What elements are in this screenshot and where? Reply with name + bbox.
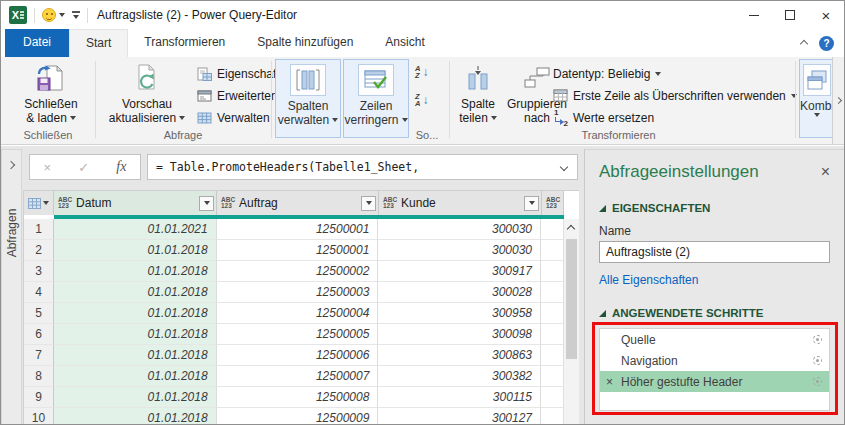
- table-row[interactable]: 801.01.201812500007300382: [24, 366, 563, 387]
- queries-sidebar[interactable]: Abfragen: [1, 149, 22, 424]
- sort-ascending-button[interactable]: AZ ↓: [415, 65, 428, 79]
- cell-datum[interactable]: 01.01.2018: [54, 324, 217, 345]
- table-row[interactable]: 1001.01.201812500009300127: [24, 408, 563, 424]
- refresh-preview-button[interactable]: Vorschau aktualisieren: [103, 62, 191, 125]
- panel-close-icon[interactable]: ×: [821, 164, 830, 180]
- cell-kunde[interactable]: 300115: [378, 387, 541, 408]
- step-settings-gear-icon[interactable]: [813, 356, 822, 365]
- combine-button[interactable]: Kombi: [799, 59, 835, 138]
- cell-auftrag[interactable]: 12500007: [217, 366, 379, 387]
- cell-datum[interactable]: 01.01.2018: [54, 387, 217, 408]
- table-row[interactable]: 301.01.201812500002300917: [24, 261, 563, 282]
- step-settings-gear-icon[interactable]: [813, 335, 822, 344]
- cell-kunde[interactable]: 300127: [378, 408, 541, 424]
- sort-descending-button[interactable]: ZA ↓: [415, 93, 428, 107]
- formula-fx-icon[interactable]: fx: [116, 159, 126, 175]
- smiley-dropdown-icon[interactable]: [59, 13, 65, 17]
- cell-kunde[interactable]: 300030: [378, 240, 541, 261]
- cell-auftrag[interactable]: 12500004: [217, 303, 379, 324]
- tab-spalte-hinzufuegen[interactable]: Spalte hinzufügen: [241, 29, 369, 57]
- ribbon-overflow-strip[interactable]: [832, 57, 844, 144]
- cell-datum[interactable]: 01.01.2018: [54, 366, 217, 387]
- scrollbar-thumb[interactable]: [566, 239, 577, 359]
- tab-ansicht[interactable]: Ansicht: [369, 29, 440, 57]
- cell-datum[interactable]: 01.01.2018: [54, 282, 217, 303]
- collapse-triangle-icon: [599, 310, 606, 317]
- scroll-up-icon[interactable]: [567, 225, 575, 233]
- step-settings-gear-icon[interactable]: [813, 377, 822, 386]
- column-header-datum[interactable]: ABC123 Datum: [54, 191, 217, 215]
- filter-button[interactable]: [361, 196, 376, 211]
- formula-accept-icon[interactable]: ✓: [78, 160, 89, 175]
- cell-auftrag[interactable]: 12500009: [217, 408, 379, 424]
- cell-datum[interactable]: 01.01.2018: [54, 345, 217, 366]
- properties-section-header[interactable]: EIGENSCHAFTEN: [599, 202, 830, 214]
- cell-auftrag[interactable]: 12500005: [217, 324, 379, 345]
- cell-kunde[interactable]: 300028: [378, 282, 541, 303]
- cell-datum[interactable]: 01.01.2018: [54, 303, 217, 324]
- maximize-button[interactable]: [772, 1, 808, 29]
- cell-datum[interactable]: 01.01.2018: [54, 261, 217, 282]
- cell-kunde[interactable]: 300958: [378, 303, 541, 324]
- data-type-button[interactable]: Datentyp: Beliebig: [553, 63, 797, 84]
- cell-datum[interactable]: 01.01.2018: [54, 240, 217, 261]
- applied-step[interactable]: Navigation: [600, 350, 829, 371]
- cell-auftrag[interactable]: 12500006: [217, 345, 379, 366]
- filter-button[interactable]: [524, 196, 539, 211]
- applied-step[interactable]: Quelle: [600, 329, 829, 350]
- tab-start[interactable]: Start: [69, 29, 128, 57]
- cell-auftrag[interactable]: 12500003: [217, 282, 379, 303]
- formula-bar-input[interactable]: = Table.PromoteHeaders(Tabelle1_Sheet,: [147, 154, 578, 180]
- expand-queries-pane-icon[interactable]: [7, 161, 15, 169]
- table-row[interactable]: 601.01.201812500005300098: [24, 324, 563, 345]
- table-vertical-scrollbar[interactable]: [563, 219, 579, 424]
- step-name: Höher gestufte Header: [621, 375, 813, 389]
- cell-kunde[interactable]: 300917: [378, 261, 541, 282]
- name-label: Name: [599, 224, 830, 238]
- formula-expand-icon[interactable]: [560, 163, 568, 171]
- cell-auftrag[interactable]: 12500001: [217, 219, 379, 240]
- cell-auftrag[interactable]: 12500001: [217, 240, 379, 261]
- row-number: 2: [24, 240, 54, 261]
- quick-access-toolbar-customize-icon[interactable]: [72, 11, 80, 19]
- ribbon-scroll-right-icon[interactable]: [835, 97, 842, 104]
- split-column-button[interactable]: Spalte teilen: [453, 62, 503, 125]
- table-row[interactable]: 501.01.201812500004300958: [24, 303, 563, 324]
- cell-kunde[interactable]: 300863: [378, 345, 541, 366]
- reduce-rows-button[interactable]: Zeilen verringern: [343, 59, 409, 138]
- filter-button[interactable]: [199, 196, 214, 211]
- applied-step[interactable]: ×Höher gestufte Header: [600, 371, 829, 392]
- feedback-smiley-icon[interactable]: [42, 8, 65, 22]
- cell-datum[interactable]: 01.01.2021: [54, 219, 217, 240]
- use-first-row-as-headers-button[interactable]: Erste Zeile als Überschriften verwenden: [553, 85, 797, 106]
- help-icon[interactable]: ?: [819, 36, 834, 51]
- query-name-input[interactable]: [599, 241, 830, 263]
- collapse-ribbon-icon[interactable]: [800, 39, 808, 47]
- minimize-button[interactable]: [736, 1, 772, 29]
- tab-datei[interactable]: Datei: [5, 29, 69, 57]
- cell-datum[interactable]: 01.01.2018: [54, 408, 217, 424]
- tab-transformieren[interactable]: Transformieren: [128, 29, 241, 57]
- cell-auftrag[interactable]: 12500008: [217, 387, 379, 408]
- table-row[interactable]: 101.01.202112500001300030: [24, 219, 563, 240]
- cell-auftrag[interactable]: 12500002: [217, 261, 379, 282]
- close-window-button[interactable]: ×: [808, 1, 844, 29]
- delete-step-icon[interactable]: ×: [606, 375, 621, 389]
- select-all-corner-button[interactable]: [24, 191, 54, 215]
- replace-values-button[interactable]: 12 Werte ersetzen: [553, 107, 797, 128]
- table-row[interactable]: 901.01.201812500008300115: [24, 387, 563, 408]
- cell-kunde[interactable]: 300382: [378, 366, 541, 387]
- formula-cancel-icon[interactable]: ×: [44, 160, 52, 175]
- column-header-partial[interactable]: ABC123: [542, 191, 564, 215]
- table-row[interactable]: 201.01.201812500001300030: [24, 240, 563, 261]
- table-row[interactable]: 401.01.201812500003300028: [24, 282, 563, 303]
- manage-columns-button[interactable]: Spalten verwalten: [275, 59, 341, 138]
- column-header-kunde[interactable]: ABC123 Kunde: [379, 191, 542, 215]
- cell-kunde[interactable]: 300030: [378, 219, 541, 240]
- all-properties-link[interactable]: Alle Eigenschaften: [599, 273, 830, 287]
- table-row[interactable]: 701.01.201812500006300863: [24, 345, 563, 366]
- cell-kunde[interactable]: 300098: [378, 324, 541, 345]
- applied-steps-section-header[interactable]: ANGEWENDETE SCHRITTE: [599, 307, 830, 319]
- column-header-auftrag[interactable]: ABC123 Auftrag: [217, 191, 379, 215]
- close-and-load-button[interactable]: Schließen & laden: [11, 62, 91, 125]
